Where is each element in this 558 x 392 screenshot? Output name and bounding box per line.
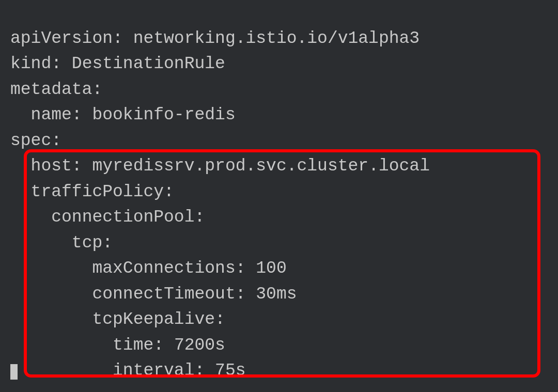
indent bbox=[10, 259, 92, 278]
code-line-7: trafficPolicy: bbox=[10, 179, 558, 205]
code-line-3: metadata: bbox=[10, 77, 558, 103]
yaml-key: trafficPolicy: bbox=[31, 182, 174, 201]
yaml-value: DestinationRule bbox=[61, 54, 225, 73]
yaml-value: 7200s bbox=[164, 336, 225, 355]
indent bbox=[10, 336, 113, 355]
code-line-1: apiVersion: networking.istio.io/v1alpha3 bbox=[10, 26, 558, 52]
yaml-key: tcpKeepalive: bbox=[92, 310, 225, 329]
indent bbox=[10, 310, 92, 329]
text-cursor bbox=[10, 364, 18, 380]
code-line-2: kind: DestinationRule bbox=[10, 51, 558, 77]
yaml-key: apiVersion: bbox=[10, 29, 123, 48]
indent bbox=[10, 361, 113, 380]
code-block: apiVersion: networking.istio.io/v1alpha3… bbox=[0, 0, 558, 392]
yaml-key: tcp: bbox=[72, 233, 113, 253]
yaml-key: maxConnections: bbox=[92, 259, 245, 278]
yaml-key: spec: bbox=[10, 131, 61, 150]
yaml-key: connectionPool: bbox=[51, 208, 205, 227]
yaml-key: interval: bbox=[113, 361, 205, 380]
code-line-5: spec: bbox=[10, 128, 558, 154]
yaml-value: networking.istio.io/v1alpha3 bbox=[123, 29, 420, 48]
code-line-11: connectTimeout: 30ms bbox=[10, 281, 558, 307]
yaml-value: myredissrv.prod.svc.cluster.local bbox=[82, 156, 430, 176]
indent bbox=[10, 285, 92, 304]
code-line-10: maxConnections: 100 bbox=[10, 256, 558, 281]
yaml-value: 30ms bbox=[246, 285, 297, 304]
code-line-6: host: myredissrv.prod.svc.cluster.local bbox=[10, 153, 558, 179]
indent bbox=[10, 105, 31, 124]
code-line-13: time: 7200s bbox=[10, 333, 558, 358]
yaml-key: connectTimeout: bbox=[92, 285, 245, 304]
indent bbox=[10, 182, 31, 201]
yaml-key: metadata: bbox=[10, 80, 102, 99]
indent bbox=[10, 233, 72, 253]
code-line-8: connectionPool: bbox=[10, 205, 558, 230]
yaml-key: kind: bbox=[10, 54, 61, 73]
yaml-value: 100 bbox=[246, 259, 287, 278]
yaml-value: 75s bbox=[205, 361, 245, 380]
yaml-value: bookinfo-redis bbox=[82, 105, 236, 124]
code-line-14: interval: 75s bbox=[10, 358, 558, 384]
indent bbox=[10, 208, 51, 227]
code-line-4: name: bookinfo-redis bbox=[10, 102, 558, 128]
yaml-key: name: bbox=[31, 105, 82, 124]
code-line-12: tcpKeepalive: bbox=[10, 307, 558, 333]
yaml-key: host: bbox=[31, 156, 82, 176]
indent bbox=[10, 156, 31, 176]
code-line-9: tcp: bbox=[10, 230, 558, 256]
yaml-key: time: bbox=[113, 336, 164, 355]
